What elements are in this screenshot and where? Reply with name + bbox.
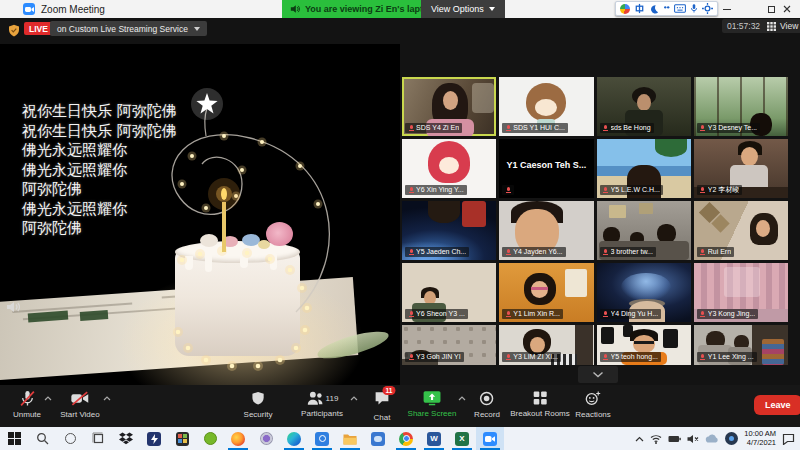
participant-name-label: Y3 Desney Te... (697, 123, 760, 133)
participant-tile[interactable]: Y1 Caeson Teh S... (499, 139, 593, 198)
firefox-app-icon[interactable] (224, 427, 252, 450)
security-button[interactable]: Security (244, 390, 273, 419)
remote-desktop-icon[interactable] (364, 427, 392, 450)
reactions-button[interactable]: Reactions (575, 390, 611, 419)
file-explorer-icon[interactable] (336, 427, 364, 450)
participant-tile[interactable]: sds Be Hong (597, 77, 691, 136)
participant-tile[interactable]: Y1 Lee Xing ... (694, 325, 788, 365)
participant-tile[interactable]: Y1 Lim Xin R... (499, 263, 593, 322)
start-video-button[interactable]: Start Video (60, 390, 99, 419)
muted-mic-icon (505, 353, 511, 361)
ime-chinese-icon[interactable] (634, 3, 645, 14)
person-silhouette (637, 94, 651, 111)
unmute-button[interactable]: Unmute (13, 390, 41, 419)
pinned-app-q[interactable] (308, 427, 336, 450)
muted-mic-icon (603, 310, 609, 318)
lightning-icon (151, 434, 158, 444)
excel-app-icon[interactable]: X (448, 427, 476, 450)
wifi-icon[interactable] (650, 434, 662, 444)
glasses-shape (634, 341, 654, 344)
avatar-illustration (439, 157, 459, 174)
word-app-icon[interactable]: W (420, 427, 448, 450)
ime-language-bar[interactable] (615, 1, 718, 16)
cortana-button[interactable] (56, 427, 84, 450)
media-app-icon[interactable] (252, 427, 280, 450)
hidden-icons-chevron[interactable] (635, 436, 644, 442)
scene-shape (462, 201, 486, 227)
start-button[interactable] (0, 427, 28, 450)
ime-mic-icon[interactable] (690, 3, 698, 14)
battery-icon[interactable] (668, 435, 681, 443)
chevron-up-icon[interactable] (350, 396, 358, 401)
muted-mic-icon (603, 124, 609, 132)
participant-tile[interactable]: Y3 Goh JIN YI (402, 325, 496, 365)
share-screen-button[interactable]: Share Screen (408, 390, 457, 418)
zoom-taskbar-icon[interactable] (476, 427, 504, 450)
reactions-smiley-icon (584, 390, 601, 407)
live-stream-service-dropdown[interactable]: on Custom Live Streaming Service (50, 21, 207, 36)
ime-settings-gear-icon[interactable] (702, 3, 713, 14)
speaker-muted-icon[interactable] (687, 434, 699, 444)
participant-tile[interactable]: Y5 Jaeden Ch... (402, 201, 496, 260)
person-silhouette (741, 147, 758, 166)
muted-mic-icon (700, 186, 706, 194)
participant-tile[interactable]: Rui Ern (694, 201, 788, 260)
dropbox-app-icon[interactable] (112, 427, 140, 450)
ime-punctuation-icon[interactable] (663, 4, 670, 14)
participant-tile[interactable]: Y3 Desney Te... (694, 77, 788, 136)
pinned-app-blue[interactable] (140, 427, 168, 450)
chrome-app-icon[interactable] (392, 427, 420, 450)
chevron-up-icon[interactable] (103, 396, 111, 401)
participant-tile[interactable]: Y3 Kong Jing... (694, 263, 788, 322)
record-button[interactable]: Record (474, 390, 500, 419)
pinned-app-green[interactable] (196, 427, 224, 450)
participant-name-label: Y5 L.E.W C.H... (600, 185, 663, 195)
scene-shape (601, 327, 614, 344)
person-silhouette (633, 335, 655, 353)
participant-tile[interactable]: Y4 Ding Yu H... (597, 263, 691, 322)
leave-button[interactable]: Leave (754, 395, 800, 415)
participant-tile[interactable]: SDS Y1 HUI C... (499, 77, 593, 136)
edge-app-icon[interactable] (280, 427, 308, 450)
participant-name-label: Y3 Goh JIN YI (405, 352, 464, 362)
ime-globe-icon[interactable] (620, 4, 630, 14)
participant-tile[interactable]: Y3 LIM ZI XI... (499, 325, 593, 365)
scroll-more-participants-button[interactable] (578, 366, 618, 383)
onedrive-cloud-icon[interactable] (705, 434, 719, 443)
ime-keyboard-icon[interactable] (674, 4, 686, 13)
microsoft-store-icon[interactable] (168, 427, 196, 450)
muted-mic-icon (505, 310, 511, 318)
meet-now-icon[interactable] (725, 432, 738, 445)
taskbar-clock[interactable]: 10:00 AM 4/7/2021 (744, 430, 776, 447)
participant-tile[interactable]: 3 brother tw... (597, 201, 691, 260)
participant-tile[interactable]: SDS Y4 Zi En (402, 77, 496, 136)
participant-name-label: Y5 teoh hong... (600, 352, 661, 362)
participant-tile[interactable]: Y6 Xin Ying Y... (402, 139, 496, 198)
chevron-up-icon[interactable] (458, 396, 466, 401)
chevron-up-icon[interactable] (44, 396, 52, 401)
participants-button[interactable]: 119 Participants (301, 390, 343, 418)
participant-tile[interactable]: Y5 teoh hong... (597, 325, 691, 365)
participant-tile[interactable]: Y5 L.E.W C.H... (597, 139, 691, 198)
task-view-button[interactable] (84, 427, 112, 450)
glasses-shape (531, 287, 548, 290)
muted-mic-icon (505, 124, 511, 132)
view-options-button[interactable]: View Options (421, 0, 505, 18)
participant-tile[interactable]: Y2 李材峻 (694, 139, 788, 198)
participant-tile[interactable]: Y6 Sheon Y3 ... (402, 263, 496, 322)
meeting-timer: 01:57:32 (722, 19, 765, 33)
action-center-icon[interactable] (782, 433, 795, 445)
participant-tile[interactable]: Y4 Jayden Y6... (499, 201, 593, 260)
scene-shape (663, 329, 678, 348)
view-layout-button[interactable]: View (762, 19, 800, 33)
muted-mic-icon (408, 186, 414, 194)
chat-button[interactable]: 11 Chat (374, 390, 391, 422)
participant-name-label: Rui Ern (697, 247, 734, 257)
taskbar-search-button[interactable] (28, 427, 56, 450)
participant-name-label: Y6 Sheon Y3 ... (405, 309, 468, 319)
muted-mic-icon (505, 186, 511, 194)
grid-view-icon (767, 22, 776, 31)
close-button[interactable] (774, 0, 800, 18)
ime-fullwidth-icon[interactable] (649, 4, 659, 14)
breakout-rooms-button[interactable]: Breakout Rooms (510, 390, 570, 418)
